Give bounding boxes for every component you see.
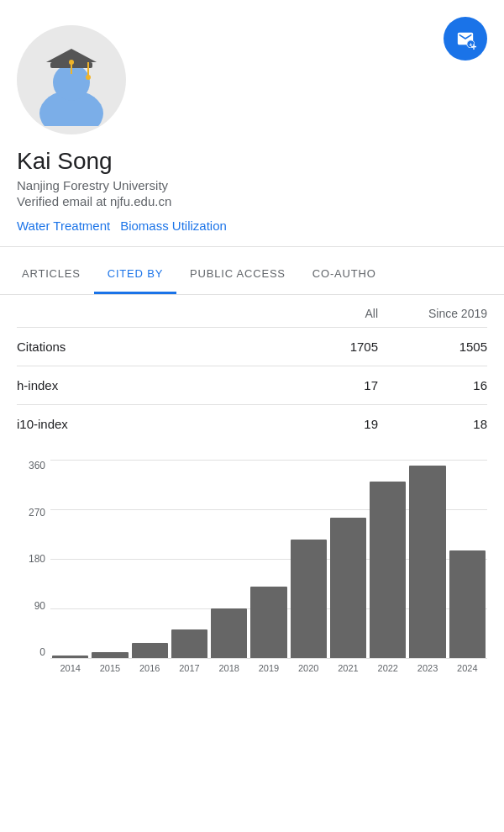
plus-icon: + (469, 42, 479, 52)
bar-fill (449, 550, 486, 658)
bar-fill (171, 629, 207, 658)
x-axis-label: 2018 (211, 658, 247, 678)
stats-value-i10index-all: 19 (269, 417, 378, 431)
avatar-image (25, 34, 118, 126)
y-axis: 360270180900 (17, 460, 50, 678)
bar-fill (250, 587, 286, 658)
stats-label-i10index: i10-index (17, 417, 269, 431)
x-axis-label: 2020 (291, 658, 327, 678)
bar-item (409, 466, 445, 658)
stats-row-hindex: h-index 17 16 (17, 366, 487, 404)
bar-item (171, 629, 207, 658)
stats-value-i10index-since: 18 (378, 417, 487, 431)
col-header-since: Since 2019 (378, 307, 487, 320)
bar-item (370, 482, 406, 658)
tab-co-authors[interactable]: CO-AUTHO (299, 255, 390, 294)
chart-area: 2014201520162017201820192020202120222023… (50, 460, 487, 678)
profile-email: Verified email at njfu.edu.cn (17, 194, 171, 208)
x-axis-label: 2019 (250, 658, 286, 678)
bar-item (449, 550, 486, 658)
bar-fill (291, 540, 327, 658)
stats-row-i10index: i10-index 19 18 (17, 404, 487, 443)
tab-cited-by[interactable]: CITED BY (94, 255, 176, 294)
stats-row-citations: Citations 1705 1505 (17, 327, 487, 366)
bars-row (50, 460, 487, 658)
x-axis-label: 2016 (132, 658, 168, 678)
bar-fill (92, 652, 128, 658)
x-axis-label: 2021 (330, 658, 366, 678)
stats-header-row: All Since 2019 (17, 295, 487, 327)
y-axis-label: 0 (39, 646, 45, 658)
svg-text:+: + (470, 42, 476, 52)
y-axis-label: 90 (34, 600, 45, 612)
x-axis-label: 2022 (370, 658, 406, 678)
col-header-all: All (269, 307, 378, 320)
bar-item (250, 587, 286, 658)
x-axis-label: 2023 (409, 658, 445, 678)
tab-articles[interactable]: ARTICLES (8, 255, 94, 294)
bar-fill (409, 466, 445, 658)
bar-item (291, 540, 327, 658)
interest-biomass[interactable]: Biomass Utilization (120, 219, 227, 233)
profile-section: Kai Song Nanjing Forestry University Ver… (0, 0, 504, 246)
interests-row: Water Treatment Biomass Utilization (17, 219, 227, 233)
tabs-container: ARTICLES CITED BY PUBLIC ACCESS CO-AUTHO (0, 255, 504, 295)
y-axis-label: 270 (29, 507, 45, 519)
chart-wrapper: 360270180900 201420152016201720182019202… (17, 460, 487, 678)
profile-name: Kai Song (17, 148, 113, 175)
y-axis-label: 180 (29, 553, 45, 565)
x-axis-label: 2024 (449, 658, 486, 678)
stats-value-citations-all: 1705 (269, 340, 378, 354)
follow-button[interactable]: + + (444, 17, 487, 61)
bar-item (330, 518, 366, 658)
bar-fill (330, 518, 366, 658)
avatar (17, 25, 126, 134)
stats-value-hindex-all: 17 (269, 378, 378, 392)
bar-fill (370, 482, 406, 658)
bar-fill (211, 608, 247, 658)
bar-item (132, 643, 168, 658)
bar-fill (132, 643, 168, 658)
bar-item (92, 652, 128, 658)
x-axis-label: 2017 (171, 658, 207, 678)
stats-label-citations: Citations (17, 340, 269, 354)
interest-water-treatment[interactable]: Water Treatment (17, 219, 110, 233)
stats-value-citations-since: 1505 (378, 340, 487, 354)
divider-top (0, 246, 504, 247)
x-axis-label: 2014 (52, 658, 88, 678)
chart-section: 360270180900 201420152016201720182019202… (0, 443, 504, 687)
svg-point-8 (86, 75, 91, 80)
bar-item (211, 608, 247, 658)
x-labels-row: 2014201520162017201820192020202120222023… (50, 658, 487, 678)
stats-value-hindex-since: 16 (378, 378, 487, 392)
stats-section: All Since 2019 Citations 1705 1505 h-ind… (0, 295, 504, 443)
tab-public-access[interactable]: PUBLIC ACCESS (176, 255, 299, 294)
y-axis-label: 360 (29, 460, 45, 471)
profile-affiliation: Nanjing Forestry University (17, 178, 168, 192)
x-axis-label: 2015 (92, 658, 128, 678)
stats-label-hindex: h-index (17, 378, 269, 392)
